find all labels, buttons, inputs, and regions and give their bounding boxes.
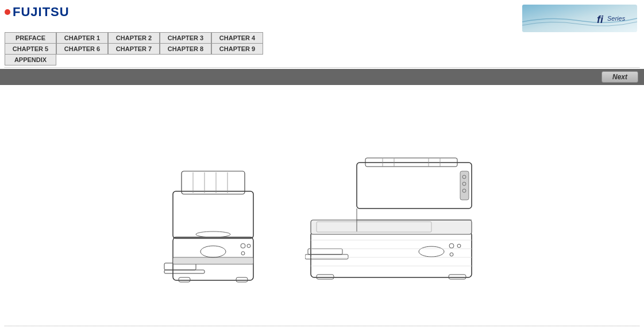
nav-tab-ch7[interactable]: CHAPTER 7 [108, 43, 160, 55]
fujitsu-logo: FUJITSU [5, 5, 70, 20]
nav-tab-ch3[interactable]: CHAPTER 3 [160, 32, 211, 44]
nav-tab-ch6[interactable]: CHAPTER 6 [56, 43, 108, 55]
next-button[interactable]: Next [601, 71, 638, 83]
svg-rect-13 [173, 257, 253, 264]
nav-tab-ch9[interactable]: CHAPTER 9 [211, 43, 263, 55]
svg-point-39 [449, 244, 454, 248]
svg-rect-43 [449, 275, 466, 279]
svg-rect-36 [308, 249, 342, 254]
top-section: FUJITSU fi S [0, 0, 644, 32]
page-body: FUJITSU fi S [0, 0, 644, 332]
nav-rows-wrapper: PREFACE CHAPTER 1 CHAPTER 2 CHAPTER 3 CH… [5, 32, 263, 65]
scanners-container [0, 122, 644, 295]
svg-rect-19 [179, 277, 190, 282]
nav-tab-ch5[interactable]: CHAPTER 5 [5, 43, 56, 55]
svg-rect-7 [182, 171, 245, 194]
fi-series-logo: fi Series [522, 5, 637, 32]
bottom-separator [5, 326, 639, 326]
nav-tab-appendix[interactable]: APPENDIX [5, 54, 56, 65]
svg-rect-21 [357, 163, 472, 209]
nav-tab-ch8[interactable]: CHAPTER 8 [160, 43, 211, 55]
nav-row-2: CHAPTER 5 CHAPTER 6 CHAPTER 7 CHAPTER 8 … [5, 43, 263, 55]
logo-dot [5, 9, 10, 15]
nav-row-1: PREFACE CHAPTER 1 CHAPTER 2 CHAPTER 3 CH… [5, 32, 263, 44]
toolbar-bar: Next [0, 69, 644, 85]
svg-point-14 [200, 246, 226, 257]
svg-point-41 [450, 253, 453, 256]
logo-text: FUJITSU [13, 5, 70, 20]
svg-rect-37 [305, 254, 348, 259]
scanner1-image [156, 157, 271, 295]
nav-tab-preface[interactable]: PREFACE [5, 32, 56, 44]
svg-rect-42 [317, 275, 334, 279]
svg-text:Series: Series [607, 15, 626, 22]
svg-point-40 [457, 244, 461, 248]
svg-rect-20 [236, 277, 248, 282]
nav-section: PREFACE CHAPTER 1 CHAPTER 2 CHAPTER 3 CH… [0, 32, 644, 65]
logo-area: FUJITSU [5, 5, 70, 20]
svg-point-38 [419, 246, 444, 257]
scanner2-image [305, 157, 489, 295]
svg-text:fi: fi [597, 14, 604, 25]
nav-tab-ch2[interactable]: CHAPTER 2 [108, 32, 160, 44]
svg-point-17 [241, 252, 245, 255]
svg-point-15 [241, 244, 245, 248]
svg-point-16 [247, 244, 250, 248]
svg-point-18 [196, 231, 230, 237]
nav-row-3: APPENDIX [5, 54, 263, 65]
nav-tab-ch1[interactable]: CHAPTER 1 [56, 32, 108, 44]
main-content [0, 85, 644, 332]
nav-tab-ch4[interactable]: CHAPTER 4 [211, 32, 263, 44]
top-separator [5, 67, 639, 68]
svg-rect-5 [164, 270, 205, 273]
